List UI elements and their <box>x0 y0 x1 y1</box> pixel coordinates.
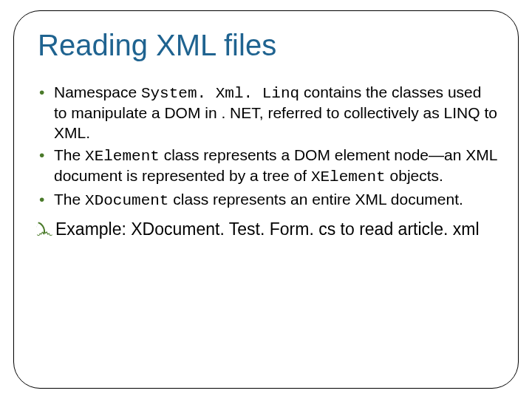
bullet-item: Namespace System. Xml. Linq contains the… <box>35 83 497 143</box>
example-filename: XDocument. Test. Form. cs <box>131 219 335 239</box>
slide-title: Reading XML files <box>38 29 497 62</box>
bullet-list: Namespace System. Xml. Linq contains the… <box>35 83 497 211</box>
code-span: XElement <box>311 168 386 185</box>
example-label: Example: <box>55 219 131 239</box>
slide-body: Namespace System. Xml. Linq contains the… <box>35 83 497 239</box>
slide-frame: Reading XML files Namespace System. Xml.… <box>13 10 519 389</box>
code-span: System. Xml. Linq <box>141 85 299 102</box>
bullet-item: The XDocument class represents an entire… <box>35 190 497 211</box>
example-rest: to read article. xml <box>335 219 479 239</box>
bullet-text: objects. <box>386 167 443 184</box>
bullet-text: class represents an entire XML document. <box>168 191 463 208</box>
slide: Reading XML files Namespace System. Xml.… <box>0 0 532 399</box>
code-span: XDocument <box>85 192 168 209</box>
bullet-text: The <box>54 146 85 163</box>
code-span: XElement <box>85 148 160 165</box>
bullet-item: The XElement class represents a DOM elem… <box>35 146 497 188</box>
swirl-icon: ෴ <box>36 220 53 242</box>
example-line: ෴ Example: XDocument. Test. Form. cs to … <box>35 219 497 240</box>
bullet-text: Namespace <box>54 83 141 100</box>
bullet-text: The <box>54 191 85 208</box>
